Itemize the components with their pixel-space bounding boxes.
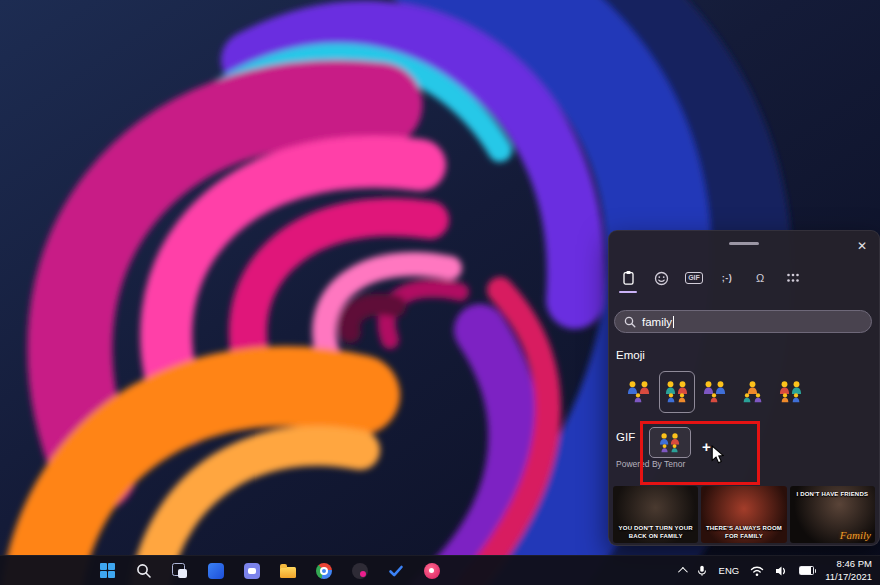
gif-results-row: YOU DON'T TURN YOUR BACK ON FAMILY THERE… [613, 486, 875, 543]
taskbar: ENG 8:46 PM 11/17/2021 [0, 555, 880, 585]
tray-date: 11/17/2021 [825, 571, 872, 583]
language-indicator[interactable]: ENG [719, 565, 740, 576]
file-explorer-button[interactable] [278, 561, 297, 580]
family-emoji-icon [664, 381, 690, 403]
tab-kaomoji[interactable]: ;-) [717, 267, 737, 289]
family-emoji-icon [740, 381, 766, 403]
media-app-icon [352, 563, 368, 579]
panel-drag-handle[interactable] [729, 242, 759, 245]
tab-gif[interactable]: GIF [684, 267, 704, 289]
start-button[interactable] [98, 561, 117, 580]
widgets-icon [208, 563, 224, 579]
windows-logo-icon [100, 563, 115, 578]
gif-result[interactable]: THERE'S ALWAYS ROOM FOR FAMILY [701, 486, 786, 543]
media-app-button[interactable] [350, 561, 369, 580]
symbols-tab-icon: Ω [756, 272, 764, 284]
search-button[interactable] [134, 561, 153, 580]
record-app-button[interactable] [422, 561, 441, 580]
mouse-cursor-icon [711, 445, 724, 464]
search-input[interactable]: family [614, 310, 872, 333]
chat-button[interactable] [242, 561, 261, 580]
emoji-results-row [621, 371, 809, 413]
gif-caption: I DON'T HAVE FRIENDS [790, 491, 875, 499]
tab-keypad[interactable] [783, 267, 803, 289]
wifi-icon[interactable] [750, 565, 764, 577]
tab-symbols[interactable]: Ω [750, 267, 770, 289]
close-icon[interactable]: ✕ [853, 237, 871, 255]
task-view-button[interactable] [170, 561, 189, 580]
kaomoji-tab-icon: ;-) [722, 273, 733, 283]
search-icon [624, 316, 636, 328]
gif-caption: THERE'S ALWAYS ROOM FOR FAMILY [701, 525, 786, 540]
chat-icon [244, 563, 260, 579]
tab-emoji[interactable] [651, 267, 671, 289]
family-emoji-icon [778, 381, 804, 403]
hidden-icons-chevron-icon[interactable] [678, 567, 688, 577]
emoji-result[interactable] [735, 371, 771, 413]
clipboard-icon [621, 270, 636, 286]
gif-section-header: GIF [616, 431, 635, 443]
chrome-icon [316, 563, 332, 579]
folder-icon [280, 567, 296, 578]
emoji-result[interactable] [659, 371, 695, 413]
emoji-result[interactable] [697, 371, 733, 413]
search-query: family [642, 316, 672, 328]
panel-tabs: GIF ;-) Ω [618, 267, 803, 289]
emoji-result[interactable] [621, 371, 657, 413]
gif-tab-icon: GIF [685, 272, 703, 284]
checkmark-icon [388, 563, 404, 579]
microphone-icon[interactable] [696, 564, 708, 578]
system-tray: ENG 8:46 PM 11/17/2021 [678, 556, 872, 585]
record-app-icon [424, 563, 440, 579]
tray-time: 8:46 PM [825, 558, 872, 570]
gif-logo-text: Family [840, 529, 871, 541]
text-caret [673, 316, 674, 328]
battery-icon[interactable] [799, 566, 814, 575]
emoji-panel: ✕ GIF ;-) Ω [608, 230, 880, 546]
annotation-highlight-box [640, 421, 760, 485]
keypad-icon [786, 272, 800, 284]
emoji-result[interactable] [773, 371, 809, 413]
selected-tab-indicator [619, 291, 637, 293]
gif-result[interactable]: I DON'T HAVE FRIENDS Family [790, 486, 875, 543]
gif-result[interactable]: YOU DON'T TURN YOUR BACK ON FAMILY [613, 486, 698, 543]
family-emoji-icon [626, 381, 652, 403]
search-icon [136, 563, 152, 579]
tab-clipboard[interactable] [618, 267, 638, 289]
widgets-button[interactable] [206, 561, 225, 580]
smiley-icon [654, 271, 669, 286]
emoji-section-header: Emoji [616, 349, 645, 361]
clock[interactable]: 8:46 PM 11/17/2021 [825, 558, 872, 583]
chrome-button[interactable] [314, 561, 333, 580]
family-emoji-icon [702, 381, 728, 403]
gif-caption: YOU DON'T TURN YOUR BACK ON FAMILY [613, 525, 698, 540]
speaker-icon[interactable] [775, 565, 788, 577]
check-app-button[interactable] [386, 561, 405, 580]
taskbar-apps [98, 556, 441, 585]
